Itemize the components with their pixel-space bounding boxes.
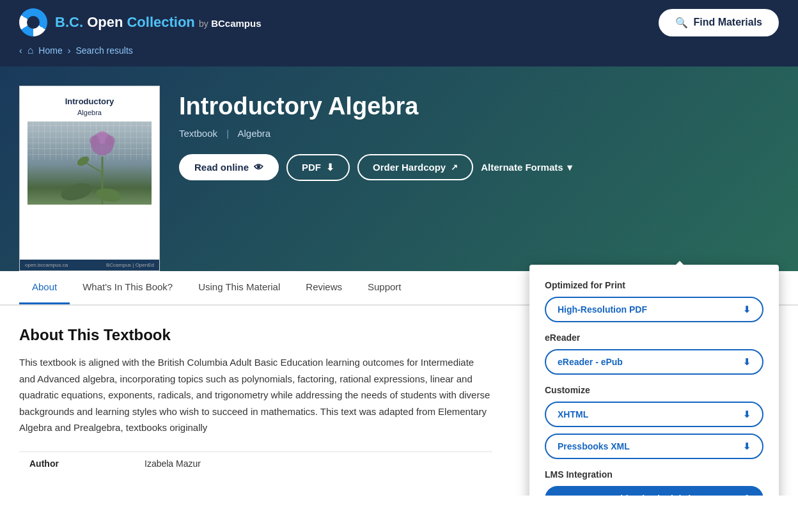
tab-support[interactable]: Support — [355, 271, 414, 304]
dropdown-section-customize: Customize XHTML ⬇ Pressbooks XML ⬇ — [545, 385, 763, 459]
logo-open: Open — [87, 14, 127, 30]
chevron-down-icon: ▾ — [567, 162, 572, 173]
search-icon: 🔍 — [675, 17, 688, 29]
svg-point-8 — [95, 187, 123, 204]
eye-icon: 👁 — [254, 162, 263, 173]
back-icon: ‹ — [19, 45, 22, 56]
book-subject: Algebra — [237, 128, 270, 139]
ereader-epub-label: eReader - ePub — [558, 357, 623, 367]
common-cartridge-button[interactable]: Common Cartridge (Web Links) ⬇ — [545, 486, 763, 496]
book-cover: Introductory Algebra — [19, 86, 160, 271]
site-header: B.C. Open Collection by BCcampus 🔍 Find … — [0, 0, 798, 45]
dropdown-section-ereader: eReader eReader - ePub ⬇ — [545, 332, 763, 375]
author-value: Izabela Mazur — [134, 451, 492, 475]
xhtml-button[interactable]: XHTML ⬇ — [545, 402, 763, 427]
xhtml-download-icon: ⬇ — [743, 409, 751, 419]
pdf-label: PDF — [302, 162, 321, 173]
cover-footer-left: open.bccampus.ca — [25, 262, 68, 268]
xhtml-label: XHTML — [558, 409, 588, 419]
meta-divider: | — [226, 128, 229, 139]
print-section-title: Optimized for Print — [545, 280, 763, 290]
svg-line-5 — [86, 163, 102, 173]
tab-whats-in-book[interactable]: What's In This Book? — [70, 271, 185, 304]
pressbooks-xml-label: Pressbooks XML — [558, 441, 630, 451]
svg-point-6 — [75, 155, 90, 168]
common-cartridge-label: Common Cartridge (Web Links) — [558, 494, 692, 496]
find-materials-label: Find Materials — [693, 17, 762, 28]
logo-bc: B.C. — [55, 14, 83, 30]
cover-footer-right: BCcampus | OpenEd — [106, 262, 154, 268]
lms-section-title: LMS Integration — [545, 469, 763, 480]
high-res-pdf-download-icon: ⬇ — [743, 304, 751, 315]
pdf-button[interactable]: PDF ⬇ — [286, 154, 350, 181]
dropdown-caret — [673, 261, 686, 267]
dropdown-section-print: Optimized for Print High-Resolution PDF … — [545, 280, 763, 322]
main-content: About This Textbook This textbook is ali… — [0, 306, 512, 496]
alternate-formats-dropdown: Optimized for Print High-Resolution PDF … — [529, 265, 779, 496]
tab-about[interactable]: About — [19, 271, 70, 304]
customize-section-title: Customize — [545, 385, 763, 395]
svg-point-3 — [105, 136, 115, 146]
book-actions: Read online 👁 PDF ⬇ Order Hardcopy ↗ Alt… — [179, 154, 779, 181]
logo-by: by — [199, 19, 208, 29]
tab-using-material[interactable]: Using This Material — [185, 271, 293, 304]
read-online-label: Read online — [194, 162, 249, 173]
alternate-formats-button[interactable]: Alternate Formats ▾ — [481, 162, 572, 173]
breadcrumb-search-results-link[interactable]: Search results — [75, 45, 132, 56]
order-hardcopy-button[interactable]: Order Hardcopy ↗ — [357, 154, 473, 180]
book-section: Introductory Algebra — [0, 66, 798, 271]
order-label: Order Hardcopy — [373, 162, 446, 173]
logo-collection: Collection — [127, 14, 194, 30]
table-row: Author Izabela Mazur — [19, 451, 492, 475]
svg-point-2 — [90, 136, 100, 146]
logo-icon — [19, 8, 47, 36]
ereader-download-icon: ⬇ — [743, 357, 751, 367]
common-cartridge-download-icon: ⬇ — [743, 494, 751, 496]
about-body-text: This textbook is aligned with the Britis… — [19, 354, 492, 436]
high-res-pdf-label: High-Resolution PDF — [558, 304, 647, 315]
logo-area: B.C. Open Collection by BCcampus — [19, 8, 262, 36]
high-res-pdf-button[interactable]: High-Resolution PDF ⬇ — [545, 297, 763, 322]
svg-point-7 — [59, 180, 95, 203]
cover-subtitle: Algebra — [27, 109, 152, 116]
ereader-section-title: eReader — [545, 332, 763, 343]
breadcrumb: ‹ ⌂ Home › Search results — [0, 45, 798, 66]
cover-title: Introductory — [27, 97, 152, 106]
pressbooks-download-icon: ⬇ — [743, 441, 751, 451]
tab-reviews[interactable]: Reviews — [293, 271, 355, 304]
breadcrumb-chevron-1: › — [68, 45, 71, 56]
logo-bccampus: BCcampus — [211, 18, 261, 29]
book-details-table: Author Izabela Mazur — [19, 451, 492, 475]
book-title: Introductory Algebra — [179, 92, 779, 121]
about-section-title: About This Textbook — [19, 326, 492, 344]
ereader-epub-button[interactable]: eReader - ePub ⬇ — [545, 349, 763, 375]
cover-illustration — [27, 121, 152, 205]
book-meta: Textbook | Algebra — [179, 128, 779, 139]
logo-text: B.C. Open Collection by BCcampus — [55, 14, 262, 31]
read-online-button[interactable]: Read online 👁 — [179, 154, 279, 180]
cover-image — [27, 121, 152, 205]
pdf-download-icon: ⬇ — [326, 162, 334, 173]
book-info: Introductory Algebra Textbook | Algebra … — [179, 86, 779, 181]
author-label: Author — [19, 451, 134, 475]
find-materials-button[interactable]: 🔍 Find Materials — [659, 9, 779, 36]
external-link-icon: ↗ — [451, 162, 458, 172]
home-icon: ⌂ — [27, 45, 34, 56]
book-type: Textbook — [179, 128, 217, 139]
breadcrumb-home-link[interactable]: Home — [38, 45, 62, 56]
dropdown-section-lms: LMS Integration Common Cartridge (Web Li… — [545, 469, 763, 496]
alternate-formats-label: Alternate Formats — [481, 162, 563, 173]
cover-footer: open.bccampus.ca BCcampus | OpenEd — [20, 260, 159, 270]
pressbooks-xml-button[interactable]: Pressbooks XML ⬇ — [545, 434, 763, 459]
